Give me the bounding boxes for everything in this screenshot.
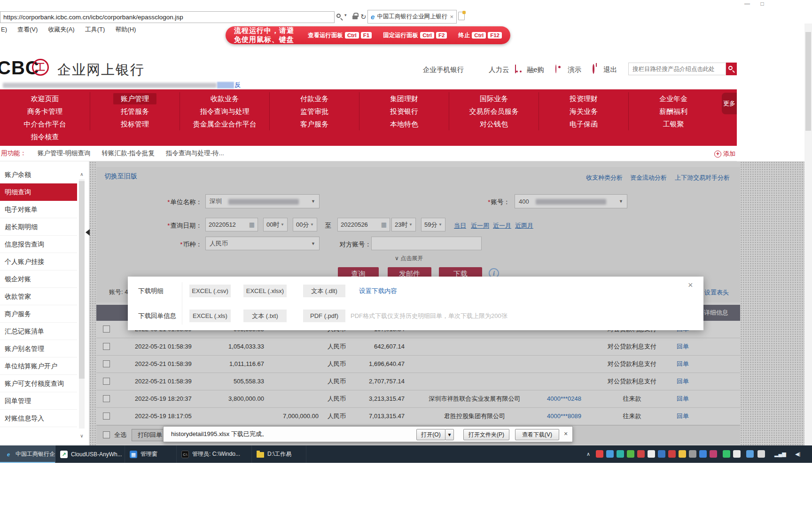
tray-icon-4[interactable]	[627, 450, 634, 458]
network-icon[interactable]: ▂▄▆	[774, 451, 786, 457]
open-folder-button[interactable]: 打开文件夹(P)	[463, 429, 509, 440]
page-scroll-thumb[interactable]	[805, 32, 811, 131]
taskbar-item-cloudusb[interactable]: ↗ CloudUSB-AnyWh...	[55, 445, 125, 463]
quickbar-item-detail-query[interactable]: 账户管理-明细查询	[38, 149, 91, 158]
nav-more-button[interactable]: 更多	[722, 93, 737, 114]
volume-icon[interactable]: ◀|	[795, 451, 800, 457]
nav-item-supervision[interactable]: 监管审批	[270, 105, 359, 118]
new-tab-button[interactable]	[458, 12, 465, 20]
excel-xls-button[interactable]: EXCEL (.xls)	[189, 310, 231, 322]
row-checkbox[interactable]	[103, 395, 110, 402]
tray-icon-1[interactable]	[596, 450, 603, 458]
view-downloads-button[interactable]: 查看下载(V)	[515, 429, 559, 440]
tray-icon-9[interactable]	[679, 450, 686, 458]
page-scrollbar[interactable]	[804, 24, 812, 445]
notification-close-icon[interactable]: ×	[564, 430, 568, 437]
header-link-emall[interactable]: 融e购	[527, 65, 544, 74]
range-today-link[interactable]: 当日	[454, 222, 466, 230]
tray-icon-11[interactable]	[699, 450, 707, 458]
sidebar-item-detail-query[interactable]: 明细查询	[0, 183, 77, 201]
sidebar-item-payable-quota[interactable]: 账户可支付额度查询	[0, 375, 77, 392]
text-dlt-button[interactable]: 文本 (.dlt)	[303, 285, 345, 297]
menu-edit-partial[interactable]: E)	[1, 26, 7, 33]
nav-item-exchange-member[interactable]: 交易所会员服务	[449, 105, 539, 118]
range-week-link[interactable]: 近一周	[471, 222, 489, 230]
date-to-input[interactable]: 20220526▦	[337, 218, 390, 231]
range-month-link[interactable]: 近一月	[493, 222, 511, 230]
from-hour-select[interactable]: 00时▼	[263, 218, 288, 231]
sidebar-scroll-down-icon[interactable]: ∨	[79, 433, 85, 438]
nav-item-instruction-query[interactable]: 指令查询与处理	[180, 105, 269, 118]
cell-counterparty-account[interactable]: 4000***0248	[547, 390, 581, 407]
tray-icon-16[interactable]	[757, 450, 765, 458]
banner-action-pin-panel[interactable]: 固定运行面板CtrlF2	[383, 32, 447, 40]
date-from-input[interactable]: 20220512▦	[205, 218, 258, 231]
nav-item-international[interactable]: 国际业务	[449, 92, 539, 105]
tray-icon-14[interactable]	[733, 450, 741, 458]
sidebar-item-reconcile-import[interactable]: 对账信息导入	[0, 410, 77, 427]
select-all-checkbox[interactable]	[103, 431, 110, 438]
tray-icon-3[interactable]	[617, 450, 624, 458]
nav-item-welcome[interactable]: 欢迎页面	[0, 92, 90, 105]
receipt-link[interactable]: 回单	[677, 356, 689, 373]
sidebar-item-account-balance[interactable]: 账户余额	[0, 166, 77, 183]
to-minute-select[interactable]: 59分▼	[421, 218, 445, 231]
tray-icon-15[interactable]	[746, 450, 754, 458]
sidebar-item-summary-list[interactable]: 汇总记账清单	[0, 323, 77, 340]
analysis-link-income-expense[interactable]: 收支种类分析	[586, 174, 623, 182]
nav-item-icbc-ju[interactable]: 工银聚	[629, 118, 718, 130]
sidebar-item-info-report[interactable]: 信息报告查询	[0, 236, 77, 253]
nav-item-bidding[interactable]: 投标管理	[90, 118, 180, 130]
header-search-input[interactable]	[628, 63, 726, 75]
expand-toggle[interactable]: ∨ 点击展开	[395, 254, 423, 262]
sidebar-item-receipt-mgmt[interactable]: 回单管理	[0, 392, 77, 410]
row-checkbox[interactable]	[103, 343, 110, 350]
nav-item-business-card[interactable]: 商务卡管理	[0, 105, 90, 118]
sidebar-item-long-term-detail[interactable]: 超长期明细	[0, 218, 77, 236]
calendar-icon[interactable]: ▦	[381, 221, 387, 228]
menu-view[interactable]: 查看(V)	[17, 25, 38, 34]
search-icon[interactable]	[336, 14, 341, 18]
nav-item-intermediary[interactable]: 中介合作平台	[0, 118, 90, 130]
nav-item-instruction-check[interactable]: 指令核查	[0, 130, 90, 143]
sidebar-item-collection-manager[interactable]: 收款管家	[0, 288, 77, 305]
sidebar-item-bank-reconcile[interactable]: 银企对账	[0, 270, 77, 288]
set-download-content-link[interactable]: 设置下载内容	[359, 285, 397, 297]
nav-item-payroll[interactable]: 薪酬福利	[629, 105, 718, 118]
nav-item-corporate-wallet[interactable]: 对公钱包	[449, 118, 539, 130]
header-link-mobile-bank[interactable]: 企业手机银行	[423, 65, 464, 74]
url-input[interactable]	[0, 11, 335, 23]
tray-icon-8[interactable]	[668, 450, 676, 458]
menu-help[interactable]: 帮助(H)	[115, 25, 136, 34]
banner-action-terminate[interactable]: 终止CtrlF12	[458, 32, 502, 40]
analysis-link-cash-flow[interactable]: 资金流动分析	[630, 174, 667, 182]
tray-icon-7[interactable]	[658, 450, 665, 458]
row-checkbox[interactable]	[103, 325, 110, 333]
row-checkbox[interactable]	[103, 413, 110, 420]
menu-tools[interactable]: 工具(T)	[85, 25, 105, 34]
nav-item-collection[interactable]: 收款业务	[180, 92, 269, 105]
taskbar-item-icbc[interactable]: e 中国工商银行企业...	[0, 445, 55, 463]
browser-tab[interactable]: e 中国工商银行企业网上银行 ×	[367, 10, 457, 24]
nav-item-investment-bank[interactable]: 投资银行	[359, 105, 449, 118]
sidebar-item-alias-mgmt[interactable]: 账户别名管理	[0, 340, 77, 357]
header-link-hr-cloud[interactable]: 人力云	[489, 65, 509, 74]
tray-icon-6[interactable]	[648, 450, 655, 458]
nav-item-annuity[interactable]: 企业年金	[629, 92, 718, 105]
open-file-dropdown-icon[interactable]: ▾	[445, 429, 454, 440]
receipt-link[interactable]: 回单	[677, 408, 689, 425]
analysis-link-counterparty[interactable]: 上下游交易对手分析	[675, 174, 730, 182]
header-link-logout[interactable]: 退出	[603, 65, 617, 74]
window-minimize-icon[interactable]: —	[742, 0, 753, 7]
switch-old-version-link[interactable]: 切换至旧版	[104, 172, 137, 181]
nav-item-account-mgmt-active[interactable]: 账户管理	[90, 92, 180, 105]
text-txt-button[interactable]: 文本 (.txt)	[243, 310, 287, 322]
currency-select[interactable]: 人民币 ▼	[205, 237, 320, 250]
row-checkbox[interactable]	[103, 378, 110, 385]
refresh-icon[interactable]: ↻	[360, 13, 367, 21]
tray-icon-12[interactable]	[710, 450, 717, 458]
receipt-link[interactable]: 回单	[677, 373, 689, 390]
nav-item-precious-metal[interactable]: 贵金属企业合作平台	[180, 118, 269, 130]
tray-icon-2[interactable]	[606, 450, 614, 458]
nav-item-wealth[interactable]: 投资理财	[539, 92, 628, 105]
